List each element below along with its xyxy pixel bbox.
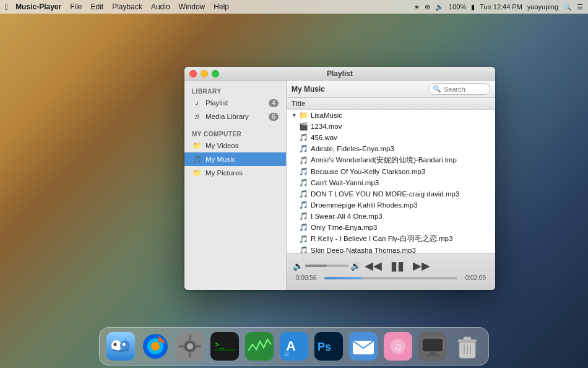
list-item[interactable]: 🎵 Can't Wait-Yanni.mp3 (287, 177, 495, 188)
volume-slider[interactable] (305, 265, 348, 267)
list-item[interactable]: 🎵 Skin Deep-Natasha Thomas.mp3 (287, 245, 495, 253)
current-folder-label: My Music (292, 85, 423, 94)
my-videos-label: My Videos (205, 142, 238, 149)
total-time: 0:02:09 (461, 274, 486, 281)
media-library-label: Media Library (205, 113, 249, 120)
list-item[interactable]: 🎵 Only Time-Enya.mp3 (287, 222, 495, 233)
svg-rect-19 (245, 332, 274, 361)
pause-button[interactable]: ▮▮ (386, 257, 409, 274)
menu-audio[interactable]: Audio (151, 2, 170, 11)
svg-rect-33 (427, 354, 438, 356)
playlist-window: Playlist LIBRARY ♪ Playlist 4 ♬ Media Li… (184, 67, 495, 290)
my-pictures-icon: 📁 (192, 168, 202, 178)
file-icon: 🎵 (299, 167, 308, 176)
file-name: Only Time-Enya.mp3 (311, 224, 377, 231)
file-icon: 🎵 (299, 212, 308, 221)
progress-bar[interactable] (324, 277, 457, 279)
menubar:  Music-Player File Edit Playback Audio … (0, 0, 588, 14)
file-name: Adeste, Fideles-Enya.mp3 (311, 145, 394, 152)
main-content: My Music 🔍 Title ▼ 📁 LisaMusic (287, 81, 495, 290)
search-input[interactable] (444, 85, 490, 93)
file-icon: 🎵 (299, 246, 308, 253)
file-name: I Swear-All 4 One.mp3 (311, 212, 383, 220)
player-controls: 🔈 🔊 ◀◀ ▮▮ ▶▶ (287, 253, 495, 290)
dock-mail[interactable] (347, 330, 379, 362)
dock-firefox[interactable] (139, 330, 171, 362)
dock-trash[interactable] (451, 330, 483, 362)
fast-forward-button[interactable]: ▶▶ (409, 258, 434, 274)
svg-point-5 (123, 343, 126, 346)
dock-app-store[interactable]: A 11 (278, 330, 310, 362)
window-body: LIBRARY ♪ Playlist 4 ♬ Media Library 6 M… (184, 81, 495, 290)
dock-screen-share[interactable] (417, 330, 449, 362)
list-item[interactable]: 🎵 Annie's Wonderland(安妮的仙境)-Bandari.tmp (287, 154, 495, 166)
menu-help[interactable]: Help (214, 2, 229, 11)
dock-itunes[interactable]: ♫ (382, 330, 414, 362)
list-item[interactable]: 🎵 Adeste, Fideles-Enya.mp3 (287, 143, 495, 154)
apple-menu[interactable]:  (5, 2, 8, 12)
list-item[interactable]: 🎵 I Swear-All 4 One.mp3 (287, 211, 495, 222)
list-item[interactable]: 🎵 R Kelly - I Believe I Can Fly-白羽毛之恋.mp… (287, 233, 495, 245)
svg-text:Ps: Ps (318, 341, 331, 353)
dock-photoshop[interactable]: Ps (313, 330, 345, 362)
sidebar-item-media-library[interactable]: ♬ Media Library 6 (184, 110, 286, 123)
list-item[interactable]: 🎬 1234.mov (287, 121, 495, 132)
file-icon: 🎵 (299, 223, 308, 232)
folder-triangle-icon: ▼ (292, 112, 297, 118)
menu-edit[interactable]: Edit (91, 2, 104, 11)
menu-user: yaoyuping (527, 3, 558, 11)
sidebar-item-my-pictures[interactable]: 📁 My Pictures (184, 166, 286, 180)
svg-rect-12 (189, 335, 191, 340)
file-icon: 🎵 (299, 144, 308, 153)
file-icon: 🎵 (299, 201, 308, 209)
file-name: Skin Deep-Natasha Thomas.mp3 (311, 247, 416, 253)
svg-text:11: 11 (284, 352, 289, 356)
volume-low-icon: 🔈 (293, 261, 303, 271)
media-library-badge: 6 (269, 113, 279, 121)
file-name: Can't Wait-Yanni.mp3 (311, 179, 379, 186)
progress-row: 0:00:56 0:02:09 (293, 274, 489, 281)
my-music-icon: 🎵 (192, 154, 202, 164)
library-section-header: LIBRARY (184, 85, 286, 96)
list-item[interactable]: ▼ 📁 LisaMusic (287, 110, 495, 121)
list-item[interactable]: 🎵 DON T LOVE YOU NO MORE-craig david.mp3 (287, 188, 495, 199)
maximize-button[interactable] (212, 70, 219, 77)
file-list[interactable]: Title ▼ 📁 LisaMusic 🎬 1234.mov 🎵 4 (287, 98, 495, 253)
sidebar: LIBRARY ♪ Playlist 4 ♬ Media Library 6 M… (184, 81, 287, 290)
menu-time: Tue 12:44 PM (480, 3, 522, 11)
sidebar-item-my-music[interactable]: 🎵 My Music (184, 152, 286, 166)
file-icon: 🎵 (299, 133, 308, 142)
playlist-icon: ♪ (192, 98, 202, 108)
list-item[interactable]: 🎵 Because Of You-Kelly Clarkson.mp3 (287, 166, 495, 177)
file-icon: 🎵 (299, 190, 308, 198)
dock: >_ A 11 Ps (99, 327, 489, 366)
svg-rect-31 (422, 338, 443, 352)
window-title: Playlist (327, 69, 353, 78)
menu-file[interactable]: File (70, 2, 82, 11)
search-box[interactable]: 🔍 (428, 83, 490, 95)
dock-finder[interactable] (105, 330, 137, 362)
sidebar-item-my-videos[interactable]: 📁 My Videos (184, 139, 286, 152)
menu-app-name[interactable]: Music-Player (15, 2, 61, 11)
sidebar-item-playlist[interactable]: ♪ Playlist 4 (184, 96, 286, 110)
my-pictures-label: My Pictures (205, 169, 243, 177)
dock-terminal[interactable]: >_ (209, 330, 241, 362)
svg-point-11 (187, 343, 193, 349)
list-item[interactable]: 🎵 Droemmepige-Kahlil Rhodes.mp3 (287, 199, 495, 211)
dock-activity-monitor[interactable] (243, 330, 275, 362)
volume-high-icon: 🔊 (350, 261, 361, 271)
dock-system-preferences[interactable] (174, 330, 206, 362)
menu-extra-icon[interactable]: ☰ (577, 3, 583, 11)
content-toolbar: My Music 🔍 (287, 81, 495, 98)
rewind-button[interactable]: ◀◀ (361, 258, 386, 274)
close-button[interactable] (189, 70, 197, 77)
menu-playback[interactable]: Playback (112, 2, 142, 11)
file-icon: 🎵 (299, 235, 308, 243)
list-item[interactable]: 🎵 456.wav (287, 132, 495, 143)
my-music-label: My Music (205, 156, 236, 163)
playlist-label: Playlist (205, 99, 228, 107)
menu-window[interactable]: Window (179, 2, 205, 11)
progress-fill (324, 277, 361, 279)
minimize-button[interactable] (201, 70, 208, 77)
search-menubar-icon[interactable]: 🔍 (563, 3, 572, 11)
